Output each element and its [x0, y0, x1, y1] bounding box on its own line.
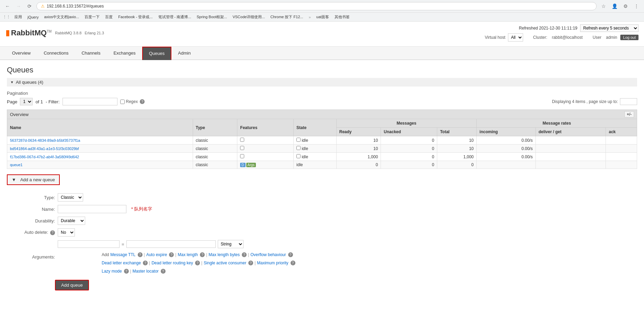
link-dead-letter-routing-key[interactable]: Dead letter routing key: [151, 261, 193, 265]
plus-minus-button[interactable]: +/-: [624, 111, 634, 117]
extensions-button[interactable]: ⚙: [621, 2, 630, 10]
page-size-input[interactable]: 100: [620, 98, 637, 105]
type-row: Type: Classic Quorum: [14, 193, 637, 202]
table-row[interactable]: 5637287d-0634-4834-89a9-b5bf35737f1aclas…: [7, 136, 637, 145]
queue-name-link[interactable]: f17bd386-067d-47b2-ab4f-3a580f49d642: [10, 155, 79, 159]
queue-name-cell[interactable]: f17bd386-067d-47b2-ab4f-3a580f49d642: [7, 153, 193, 161]
link-message-ttl[interactable]: Message TTL: [110, 252, 135, 257]
page-select[interactable]: 1: [20, 98, 33, 105]
message-ttl-help[interactable]: ?: [138, 252, 143, 257]
features-checkbox[interactable]: [240, 138, 244, 142]
nav-connections[interactable]: Connections: [37, 47, 75, 60]
queue-name-link[interactable]: queue1: [10, 163, 23, 167]
regex-help-icon[interactable]: ?: [140, 99, 145, 104]
auto-delete-help-icon[interactable]: ?: [50, 230, 55, 235]
auto-delete-select[interactable]: No Yes: [58, 228, 75, 237]
regex-label: Regex ?: [120, 99, 145, 104]
link-auto-expire[interactable]: Auto expire: [146, 252, 167, 257]
bookmark-axios[interactable]: jQuery: [26, 14, 40, 20]
virtual-host-label: Virtual host: [485, 35, 505, 40]
queue-name-link[interactable]: 5637287d-0634-4834-89a9-b5bf35737f1a: [10, 138, 80, 142]
nav-exchanges[interactable]: Exchanges: [107, 47, 142, 60]
dead-letter-routing-help[interactable]: ?: [195, 261, 200, 265]
bookmark-spring[interactable]: 笔试管理 - 南通博...: [157, 14, 193, 20]
bookmark-uat[interactable]: Chrome 按下 F12...: [269, 14, 304, 20]
bookmark-bishi[interactable]: Facebook - 登录或...: [117, 14, 154, 20]
nav-overview[interactable]: Overview: [5, 47, 37, 60]
bookmark-vscode[interactable]: Spring Boot框架...: [195, 14, 229, 20]
master-locator-help[interactable]: ?: [161, 269, 166, 274]
regex-checkbox[interactable]: [120, 100, 125, 104]
bookmark-baidu1[interactable]: axios中文文档|axio...: [43, 14, 80, 20]
queue-name-cell[interactable]: queue1: [7, 161, 193, 169]
nav-channels[interactable]: Channels: [75, 47, 107, 60]
link-max-length[interactable]: Max length: [178, 252, 198, 257]
queue-name-cell[interactable]: 5637287d-0634-4834-89a9-b5bf35737f1a: [7, 136, 193, 145]
bookmark-baidu2[interactable]: 百度一下: [83, 14, 101, 20]
arg-key-input[interactable]: [58, 240, 120, 248]
table-row[interactable]: f17bd386-067d-47b2-ab4f-3a580f49d642clas…: [7, 153, 637, 161]
link-lazy-mode[interactable]: Lazy mode: [102, 269, 122, 274]
logout-button[interactable]: Log out: [620, 35, 639, 40]
state-checkbox[interactable]: [296, 154, 301, 158]
table-row[interactable]: bd541864-ad3f-43a1-a1e3-51f3c03029bfclas…: [7, 145, 637, 153]
all-queues-header[interactable]: ▼ All queues (4): [7, 78, 637, 87]
durability-select[interactable]: Durable Transient: [58, 217, 85, 225]
max-length-help[interactable]: ?: [200, 252, 205, 257]
dead-letter-exchange-help[interactable]: ?: [143, 261, 148, 265]
nav-admin[interactable]: Admin: [171, 47, 197, 60]
bookmark-button[interactable]: ☆: [599, 2, 608, 10]
maximum-priority-help[interactable]: ?: [291, 261, 295, 265]
reload-button[interactable]: ⟳: [25, 2, 34, 10]
profile-button[interactable]: 👤: [610, 2, 619, 10]
nav-queues[interactable]: Queues: [142, 47, 172, 60]
add-queue-toggle[interactable]: ▼ Add a new queue: [7, 174, 60, 185]
bookmark-other[interactable]: uat面客: [315, 14, 330, 20]
state-checkbox[interactable]: [296, 138, 301, 142]
add-queue-button[interactable]: Add queue: [55, 280, 89, 290]
arg-type-select[interactable]: String Number Boolean: [218, 240, 244, 248]
messages-header: Messages: [336, 119, 476, 128]
apps-icon[interactable]: ⋮⋮: [3, 15, 10, 19]
queue-features-cell: [237, 136, 294, 145]
virtual-host-select[interactable]: All: [508, 33, 523, 42]
link-dead-letter-exchange[interactable]: Dead letter exchange: [102, 261, 141, 265]
add-static-label: Add: [102, 252, 109, 257]
refresh-select[interactable]: Refresh every 5 seconds Refresh every 10…: [580, 24, 639, 32]
arguments-label: Arguments:: [14, 254, 55, 260]
link-master-locator[interactable]: Master locator: [133, 269, 159, 274]
back-button[interactable]: ←: [3, 2, 12, 10]
queue-ready-cell: 0: [336, 161, 381, 169]
filter-input[interactable]: [63, 98, 117, 105]
overview-label: Overview: [10, 112, 29, 117]
link-overflow-behaviour[interactable]: Overflow behaviour: [250, 252, 286, 257]
max-length-bytes-help[interactable]: ?: [242, 252, 247, 257]
bookmark-chrome[interactable]: VSCode详细使用...: [231, 14, 266, 20]
features-checkbox[interactable]: [240, 154, 244, 158]
auto-expire-help[interactable]: ?: [169, 252, 174, 257]
link-maximum-priority[interactable]: Maximum priority: [257, 261, 288, 265]
type-select[interactable]: Classic Quorum: [58, 193, 83, 202]
overflow-help[interactable]: ?: [288, 252, 293, 257]
table-row[interactable]: queue1classicDArgsidle000: [7, 161, 637, 169]
logo-area: ▮ RabbitMQTM RabbitMQ 3.8.8 Erlang 21.3: [5, 28, 104, 37]
logo-icon: ▮: [5, 28, 10, 37]
queue-name-cell[interactable]: bd541864-ad3f-43a1-a1e3-51f3c03029bf: [7, 145, 193, 153]
table-top-bar: Overview +/-: [7, 110, 637, 119]
link-max-length-bytes[interactable]: Max length bytes: [208, 252, 240, 257]
name-input[interactable]: [58, 205, 126, 213]
bookmark-jquery[interactable]: 应用: [13, 14, 23, 20]
address-bar[interactable]: ⚠ 192.168.6.133:15672/#/queues: [36, 2, 597, 10]
state-checkbox[interactable]: [296, 146, 301, 150]
forward-button[interactable]: →: [14, 2, 23, 10]
menu-button[interactable]: ⋮: [632, 2, 641, 10]
single-active-help[interactable]: ?: [248, 261, 253, 265]
link-single-active-consumer[interactable]: Single active consumer: [204, 261, 246, 265]
lazy-mode-help[interactable]: ?: [124, 269, 129, 274]
features-checkbox[interactable]: [240, 146, 244, 150]
bookmark-read[interactable]: 其他书签: [333, 14, 351, 20]
bookmark-facebook[interactable]: 百度: [104, 14, 114, 20]
queue-name-link[interactable]: bd541864-ad3f-43a1-a1e3-51f3c03029bf: [10, 147, 79, 151]
add-links-row2: Dead letter exchange ? | Dead letter rou…: [102, 261, 295, 265]
arg-val-input[interactable]: [126, 240, 216, 248]
